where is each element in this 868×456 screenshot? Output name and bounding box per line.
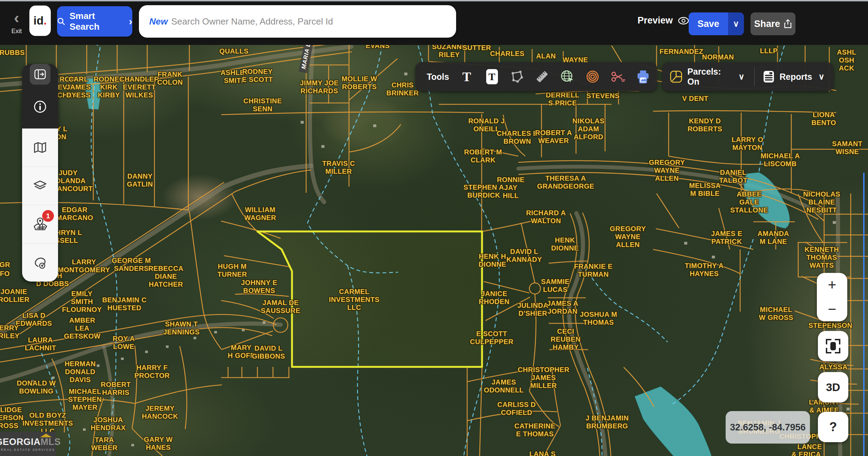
preview-label: Preview [638, 15, 673, 26]
layers-toolbar: Parcels: On ∨ Reports ∨ [662, 62, 833, 91]
text-tool-icon: T [462, 69, 471, 84]
share-label: Share [754, 19, 780, 29]
info-icon [34, 100, 47, 113]
info-button[interactable] [34, 85, 47, 129]
georgia-mls-watermark: GEORGIAMLS REAL ESTATE SERVICES [0, 432, 56, 456]
toolbar-divider [754, 67, 755, 86]
parcels-icon [670, 70, 682, 84]
identify-tool-button[interactable] [560, 68, 575, 86]
panel-toggle-button[interactable] [30, 64, 50, 85]
print-icon [636, 69, 650, 84]
tools-label: Tools [427, 72, 449, 82]
left-sidebar: 1 [22, 64, 58, 282]
save-button[interactable]: Save [689, 12, 728, 35]
zoom-in-button[interactable]: + [817, 273, 847, 297]
eye-icon [678, 17, 689, 25]
notification-badge: 1 [42, 210, 54, 222]
parcels-chevron-icon[interactable]: ∨ [738, 72, 745, 82]
layers-button[interactable] [22, 167, 58, 205]
exit-label: Exit [6, 28, 28, 35]
tools-toolbar: Tools T T [415, 62, 657, 91]
measure-tool-button[interactable] [535, 68, 550, 86]
app-logo: id. [29, 6, 51, 36]
map-icon [34, 142, 47, 153]
scissors-icon [610, 70, 625, 84]
text-tool-button[interactable]: T [459, 68, 474, 86]
save-dropdown-button[interactable]: ∨ [728, 12, 744, 35]
polygon-icon [510, 70, 524, 84]
top-bar: ‹ Exit id. Smart Search › New Search Own… [0, 1, 868, 45]
globe-select-icon [560, 69, 575, 84]
basemap-button[interactable] [22, 129, 58, 167]
print-tool-button[interactable] [635, 68, 651, 86]
polygon-tool-button[interactable] [509, 68, 525, 86]
reports-menu[interactable]: Reports [780, 72, 812, 82]
smart-search-label: Smart Search [69, 11, 123, 32]
reports-icon [763, 70, 775, 84]
parcels-toggle[interactable]: Parcels: On [687, 67, 732, 87]
search-icon [57, 17, 65, 26]
label-tool-button[interactable]: T [484, 68, 500, 86]
share-button[interactable]: Share [751, 12, 795, 35]
smart-search-button[interactable]: Smart Search › [57, 6, 132, 37]
label-tool-icon: T [486, 69, 498, 84]
search-new-badge: New [149, 16, 168, 27]
back-chevron-icon: ‹ [6, 10, 28, 26]
roof-icon [40, 434, 52, 437]
search-placeholder: Search Owner Name, Address, Parcel Id [171, 16, 333, 27]
chevron-down-icon: ∨ [733, 19, 739, 29]
3d-view-button[interactable]: 3D [818, 372, 848, 402]
help-button[interactable]: ? [818, 412, 848, 442]
exit-button[interactable]: ‹ Exit [6, 10, 28, 39]
reports-chevron-icon[interactable]: ∨ [818, 72, 824, 82]
layers-icon [33, 180, 47, 192]
chevron-right-icon: › [129, 16, 132, 27]
cut-tool-button[interactable] [610, 68, 625, 86]
rings-icon [585, 69, 600, 84]
window-edge [0, 0, 868, 1]
selected-parcel-outline[interactable] [257, 231, 482, 367]
panel-toggle-icon [34, 69, 46, 79]
share-icon [784, 19, 792, 29]
ruler-icon [535, 69, 549, 84]
preview-button[interactable]: Preview [638, 15, 689, 26]
buffer-tool-button[interactable] [585, 68, 600, 86]
recenter-button[interactable] [818, 331, 848, 361]
coordinates-readout: 32.6258, -84.7956 [726, 411, 810, 444]
zoom-out-button[interactable]: − [817, 297, 847, 321]
zoom-control: + − [817, 273, 847, 321]
focus-icon [826, 339, 840, 353]
lasso-add-icon [33, 256, 47, 269]
lasso-add-button[interactable] [22, 243, 58, 282]
parcel-pin-button[interactable]: 1 [22, 205, 58, 243]
search-input[interactable]: New Search Owner Name, Address, Parcel I… [139, 5, 456, 38]
